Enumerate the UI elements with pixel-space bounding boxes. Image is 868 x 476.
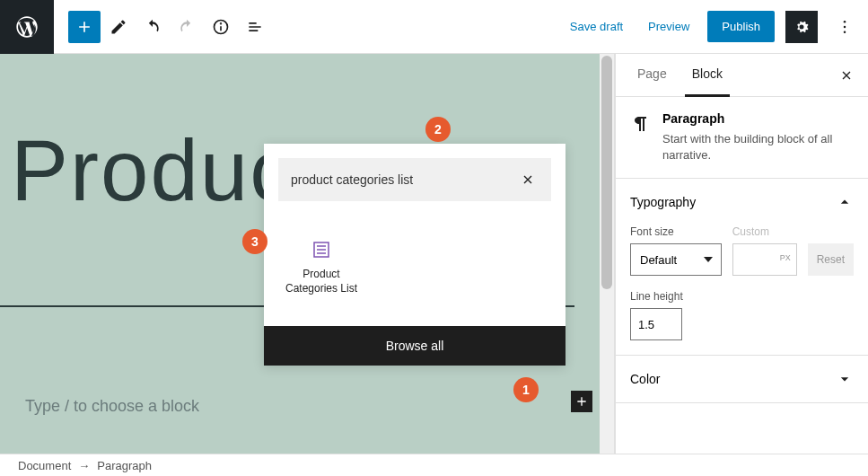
tab-block[interactable]: Block xyxy=(685,54,730,97)
undo-button[interactable] xyxy=(136,11,169,43)
font-size-select[interactable]: Default xyxy=(630,243,722,276)
plus-icon xyxy=(75,18,93,36)
font-size-reset-button[interactable]: Reset xyxy=(808,243,854,276)
settings-button[interactable] xyxy=(785,11,818,43)
inserter-search xyxy=(278,158,551,201)
typography-panel-toggle[interactable]: Typography xyxy=(630,193,854,211)
toolbar-right: Save draft Preview Publish xyxy=(563,11,868,43)
block-card: Paragraph Start with the building block … xyxy=(616,97,868,179)
more-options-button[interactable] xyxy=(829,11,861,43)
color-title: Color xyxy=(630,372,660,386)
block-result-label: Product Categories List xyxy=(278,268,364,295)
block-card-description: Start with the building block of all nar… xyxy=(662,131,854,163)
block-card-title: Paragraph xyxy=(662,111,854,126)
line-height-input[interactable] xyxy=(630,308,682,340)
list-icon xyxy=(246,18,264,36)
redo-icon xyxy=(178,18,196,36)
scrollbar-thumb[interactable] xyxy=(601,56,612,289)
breadcrumb-leaf[interactable]: Paragraph xyxy=(97,459,152,472)
font-size-label: Font size xyxy=(630,225,722,238)
svg-point-2 xyxy=(221,22,222,23)
block-inserter-popover: Product Categories List Browse all xyxy=(264,144,566,366)
svg-point-4 xyxy=(844,25,846,28)
wordpress-logo[interactable] xyxy=(0,0,54,54)
workspace: Produc Type / to choose a block Product … xyxy=(0,54,868,454)
add-block-button[interactable] xyxy=(68,11,101,43)
breadcrumb-separator: → xyxy=(78,459,90,472)
color-panel-toggle[interactable]: Color xyxy=(630,370,854,388)
typography-title: Typography xyxy=(630,195,696,209)
sidebar-tabs: Page Block xyxy=(616,54,868,97)
info-button[interactable] xyxy=(205,11,237,43)
plus-icon xyxy=(574,394,589,409)
inline-add-block-button[interactable] xyxy=(571,391,592,412)
inserter-search-input[interactable] xyxy=(291,172,517,187)
undo-icon xyxy=(144,18,162,36)
canvas-scrollbar[interactable] xyxy=(600,54,614,454)
chevron-down-icon xyxy=(836,370,854,388)
empty-paragraph-placeholder[interactable]: Type / to choose a block xyxy=(25,397,199,416)
dots-vertical-icon xyxy=(836,18,854,36)
inserter-results: Product Categories List xyxy=(264,216,566,326)
gear-icon xyxy=(793,18,811,36)
settings-sidebar: Page Block Paragraph Start with the buil… xyxy=(615,54,868,454)
custom-font-size-input[interactable] xyxy=(732,243,797,276)
block-result-product-categories-list[interactable]: Product Categories List xyxy=(278,230,364,304)
annotation-badge-1: 1 xyxy=(513,377,539,402)
outline-button[interactable] xyxy=(239,11,271,43)
close-sidebar-button[interactable] xyxy=(839,68,854,83)
annotation-badge-3: 3 xyxy=(242,229,267,254)
save-draft-link[interactable]: Save draft xyxy=(563,20,630,33)
editor-canvas[interactable]: Produc Type / to choose a block Product … xyxy=(0,54,615,454)
top-toolbar: Save draft Preview Publish xyxy=(0,0,868,54)
color-panel: Color xyxy=(616,356,868,403)
annotation-badge-2: 2 xyxy=(425,117,451,142)
svg-point-5 xyxy=(844,31,846,33)
toolbar-left xyxy=(54,11,271,43)
paragraph-icon xyxy=(630,113,652,135)
browse-all-button[interactable]: Browse all xyxy=(264,326,566,366)
typography-panel: Typography Font size Default Custom Rese xyxy=(616,179,868,356)
chevron-up-icon xyxy=(836,193,854,211)
clear-search-button[interactable] xyxy=(517,169,539,190)
redo-button[interactable] xyxy=(171,11,203,43)
publish-button[interactable]: Publish xyxy=(707,11,775,42)
wordpress-icon xyxy=(14,14,39,40)
close-icon xyxy=(839,68,854,83)
breadcrumb-root[interactable]: Document xyxy=(18,459,71,472)
custom-label: Custom xyxy=(732,225,797,238)
close-icon xyxy=(521,172,535,187)
page-title[interactable]: Produc xyxy=(11,121,294,220)
product-categories-list-icon xyxy=(311,239,332,260)
tab-page[interactable]: Page xyxy=(630,54,674,97)
info-icon xyxy=(212,18,230,36)
svg-point-3 xyxy=(844,20,846,22)
line-height-label: Line height xyxy=(630,290,854,303)
pencil-icon xyxy=(110,18,127,36)
preview-link[interactable]: Preview xyxy=(641,20,697,33)
block-breadcrumb: Document → Paragraph xyxy=(0,454,868,476)
edit-mode-button[interactable] xyxy=(102,11,135,43)
